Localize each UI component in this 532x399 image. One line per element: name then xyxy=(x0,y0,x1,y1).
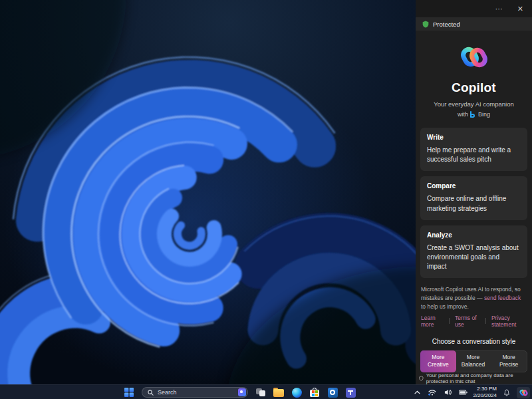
copilot-subtitle: Your everyday AI companion xyxy=(416,100,532,108)
conversation-style-heading: Choose a conversation style xyxy=(416,338,532,345)
suggestion-card-analyze[interactable]: Analyze Create a SWOT analysis about env… xyxy=(420,225,527,279)
copilot-icon xyxy=(519,388,528,397)
style-more-balanced-button[interactable]: More Balanced xyxy=(456,351,491,372)
copilot-title: Copilot xyxy=(416,80,532,95)
close-icon[interactable]: ✕ xyxy=(517,5,523,13)
chevron-up-icon xyxy=(414,390,420,394)
teams-icon xyxy=(346,388,356,398)
hidden-icons-chevron[interactable] xyxy=(412,387,422,398)
footer-links: Learn more Terms of use Privacy statemen… xyxy=(416,315,532,328)
privacy-note-text: Your personal and company data are prote… xyxy=(426,372,529,384)
notifications-button[interactable] xyxy=(501,387,512,398)
teams-button[interactable] xyxy=(345,387,356,398)
privacy-statement-link[interactable]: Privacy statement xyxy=(491,315,527,328)
wallpaper-bloom xyxy=(0,0,416,384)
battery-button[interactable] xyxy=(458,387,468,398)
copilot-panel: ⋯ ✕ Protected Cop xyxy=(416,0,532,384)
suggestion-cards: Write Help me prepare and write a succes… xyxy=(416,128,532,278)
folder-icon xyxy=(273,389,284,397)
card-title: Compare xyxy=(427,182,521,190)
style-label: Creative xyxy=(422,361,455,368)
start-button[interactable] xyxy=(124,387,134,398)
taskbar-search[interactable]: Search xyxy=(142,387,248,398)
wifi-icon xyxy=(428,389,436,396)
card-text: Help me prepare and write a successful s… xyxy=(427,146,521,164)
protected-status-bar: Protected xyxy=(416,17,532,31)
task-view-button[interactable] xyxy=(255,387,266,398)
privacy-note: Your personal and company data are prote… xyxy=(416,372,532,384)
bing-logo-icon xyxy=(470,111,476,118)
ai-disclaimer: Microsoft Copilot uses AI to respond, so… xyxy=(416,285,532,311)
divider xyxy=(485,318,486,324)
copilot-taskbar-button[interactable] xyxy=(517,387,530,398)
disclaimer-text: to help us improve. xyxy=(421,303,469,310)
style-label: More xyxy=(422,354,455,361)
bing-label: Bing xyxy=(478,111,490,118)
copilot-hero: Copilot Your everyday AI companion with … xyxy=(416,43,532,118)
style-label: More xyxy=(457,354,490,361)
bell-icon xyxy=(503,389,510,396)
style-more-precise-button[interactable]: More Precise xyxy=(491,351,527,372)
divider xyxy=(449,318,450,324)
outlook-button[interactable] xyxy=(327,387,338,398)
style-more-creative-button[interactable]: More Creative xyxy=(420,350,456,372)
microsoft-store-button[interactable] xyxy=(309,387,320,398)
with-bing-row: with Bing xyxy=(416,111,532,118)
task-view-icon xyxy=(256,388,265,396)
edge-button[interactable] xyxy=(291,387,302,398)
card-title: Analyze xyxy=(427,231,521,239)
privacy-shield-icon xyxy=(419,375,424,382)
style-label: Balanced xyxy=(457,361,490,368)
clock[interactable]: 2:30 PM 2/20/2024 xyxy=(473,386,497,399)
copilot-logo-icon xyxy=(460,43,489,72)
with-label: with xyxy=(458,111,468,118)
clock-date: 2/20/2024 xyxy=(473,392,497,399)
style-label: More xyxy=(492,354,525,361)
panel-titlebar: ⋯ ✕ xyxy=(416,0,532,17)
desktop[interactable] xyxy=(0,0,416,384)
edge-icon xyxy=(292,388,302,398)
file-explorer-button[interactable] xyxy=(273,387,284,398)
protected-shield-icon xyxy=(422,21,429,28)
terms-of-use-link[interactable]: Terms of use xyxy=(455,315,480,328)
style-label: Precise xyxy=(492,361,525,368)
search-highlights-icon[interactable] xyxy=(238,388,246,396)
conversation-style-selector: More Creative More Balanced More Precise xyxy=(420,350,527,372)
speaker-icon xyxy=(444,389,452,396)
network-button[interactable] xyxy=(427,387,438,398)
screen: ⋯ ✕ Protected Cop xyxy=(0,0,532,399)
search-label: Search xyxy=(158,389,234,396)
protected-label: Protected xyxy=(433,21,460,28)
search-icon xyxy=(148,390,154,396)
send-feedback-link[interactable]: send feedback xyxy=(484,295,521,301)
learn-more-link[interactable]: Learn more xyxy=(421,315,444,328)
windows-logo-icon xyxy=(124,388,134,397)
clock-time: 2:30 PM xyxy=(473,386,497,392)
suggestion-card-compare[interactable]: Compare Compare online and offline marke… xyxy=(420,176,527,219)
suggestion-card-write[interactable]: Write Help me prepare and write a succes… xyxy=(420,128,527,171)
outlook-icon xyxy=(328,388,338,398)
card-text: Compare online and offline marketing str… xyxy=(427,194,521,213)
card-text: Create a SWOT analysis about environment… xyxy=(427,243,521,272)
volume-button[interactable] xyxy=(442,387,453,398)
store-icon xyxy=(310,388,319,397)
card-title: Write xyxy=(427,134,521,141)
battery-icon xyxy=(459,390,467,395)
more-options-icon[interactable]: ⋯ xyxy=(495,5,503,13)
taskbar: Search xyxy=(0,384,532,399)
